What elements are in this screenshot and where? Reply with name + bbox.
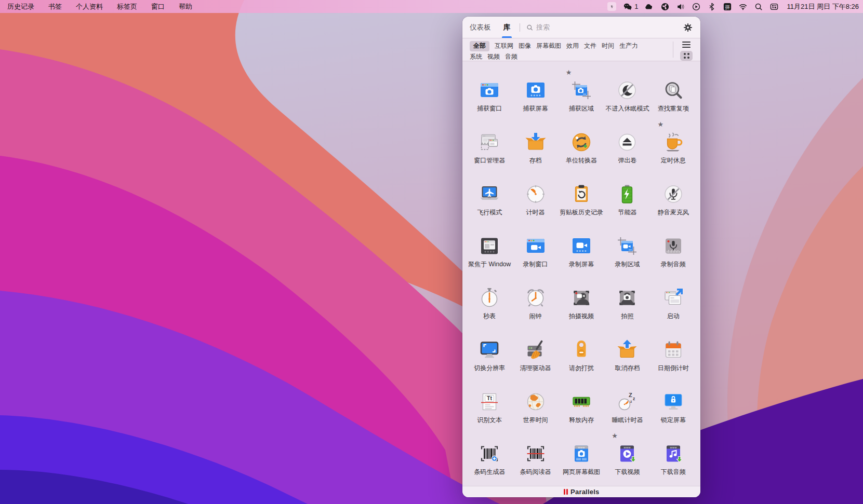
svg-text:z: z xyxy=(633,396,635,401)
control-center-icon[interactable] xyxy=(770,2,779,11)
category-filter[interactable]: 效用 xyxy=(566,41,579,51)
tool-break-time[interactable]: ★定时休息 xyxy=(650,120,696,172)
category-filter[interactable]: 互联网 xyxy=(495,41,513,51)
fan-app-icon[interactable] xyxy=(661,2,670,11)
category-filter[interactable]: 屏幕截图 xyxy=(536,41,561,51)
tool-launch[interactable]: 启动 xyxy=(650,276,696,328)
tool-do-not-disturb[interactable]: 请勿打扰 xyxy=(559,328,604,380)
tool-sleep-timer[interactable]: Zzz睡眠计时器 xyxy=(604,380,650,432)
tool-label: 释放内存 xyxy=(569,416,594,425)
tool-capture-area[interactable]: ★捕获区域 xyxy=(559,69,604,120)
category-filter[interactable]: 图像 xyxy=(519,41,531,51)
tool-record-audio[interactable]: 录制音频 xyxy=(650,224,696,276)
parallels-toolbox-menu-icon[interactable] xyxy=(607,2,616,11)
tool-record-area[interactable]: 录制区域 xyxy=(604,224,650,276)
input-source-icon[interactable]: 拼 xyxy=(723,2,732,11)
category-filter[interactable]: 文件 xyxy=(584,41,596,51)
tool-find-duplicates[interactable]: 查找重复项 xyxy=(650,69,696,120)
tool-capture-screen[interactable]: 捕获屏幕 xyxy=(512,69,558,120)
alarm-clock-icon xyxy=(524,287,547,309)
tool-energy-saver[interactable]: 节能器 xyxy=(604,172,650,224)
capture-window-icon xyxy=(478,79,501,102)
tool-alarm-clock[interactable]: 闹钟 xyxy=(512,276,558,328)
category-filter[interactable]: 生产力 xyxy=(619,41,638,51)
menu-item[interactable]: 个人资料 xyxy=(76,2,103,11)
grid-view-icon[interactable] xyxy=(680,51,693,61)
tool-do-not-sleep[interactable]: 不进入休眠模式 xyxy=(604,69,650,120)
tool-record-screen[interactable]: 录制屏幕 xyxy=(559,224,604,276)
tool-free-memory[interactable]: 释放内存 xyxy=(559,380,604,432)
volume-icon[interactable] xyxy=(676,2,685,11)
focus-window-icon xyxy=(478,235,501,257)
view-divider xyxy=(673,42,673,58)
list-view-icon[interactable] xyxy=(681,41,692,48)
tool-capture-window[interactable]: 捕获窗口 xyxy=(467,69,512,120)
settings-gear-icon[interactable] xyxy=(683,22,693,33)
spotlight-search-icon[interactable] xyxy=(754,2,763,11)
sleep-timer-icon: Zzz xyxy=(616,390,639,413)
tab-dashboard[interactable]: 仪表板 xyxy=(470,17,491,38)
category-filter[interactable]: 时间 xyxy=(602,41,614,51)
tool-switch-resolution[interactable]: 切换分辨率 xyxy=(467,328,512,380)
tool-download-audio[interactable]: WWW下载音频 xyxy=(650,432,696,484)
stopwatch-icon xyxy=(478,287,501,309)
tool-clipboard-history[interactable]: 剪贴板历史记录 xyxy=(559,172,604,224)
clipboard-history-icon xyxy=(570,183,593,206)
tool-webpage-screenshot[interactable]: WWW网页屏幕截图 xyxy=(559,432,604,484)
tool-unit-converter[interactable]: 单位转换器 xyxy=(559,120,604,172)
tool-lock-screen[interactable]: 锁定屏幕 xyxy=(650,380,696,432)
tool-label: 捕获区域 xyxy=(569,104,594,113)
tool-date-countdown[interactable]: 日期倒计时 xyxy=(650,328,696,380)
tool-window-manager[interactable]: 窗口管理器 xyxy=(467,120,512,172)
tool-focus-window[interactable]: 聚焦于 Window xyxy=(467,224,512,276)
tool-stopwatch[interactable]: 秒表 xyxy=(467,276,512,328)
category-filter[interactable]: 视频 xyxy=(487,52,500,62)
search-field[interactable] xyxy=(526,23,683,31)
tool-record-window[interactable]: 录制窗口 xyxy=(512,224,558,276)
svg-text:WWW: WWW xyxy=(670,446,676,449)
menu-item[interactable]: 帮助 xyxy=(179,2,192,11)
menu-item[interactable]: 标签页 xyxy=(117,2,137,11)
menu-item[interactable]: 历史记录 xyxy=(7,2,34,11)
tool-mute-microphone[interactable]: 静音麦克风 xyxy=(650,172,696,224)
category-filter[interactable]: 音频 xyxy=(505,52,517,62)
tool-label: 拍照 xyxy=(621,312,633,321)
menu-bar-clock[interactable]: 11月21日 周日 下午8:26 xyxy=(787,2,859,11)
recognize-text-icon: Tt xyxy=(478,390,501,413)
do-not-sleep-icon xyxy=(616,79,639,102)
record-screen-icon xyxy=(570,235,593,257)
svg-text:Tt: Tt xyxy=(487,395,492,401)
tool-world-time[interactable]: 世界时间 xyxy=(512,380,558,432)
tool-download-video[interactable]: ★WWW下载视频 xyxy=(604,432,650,484)
do-not-disturb-icon xyxy=(570,338,593,361)
tab-library[interactable]: 库 xyxy=(503,17,511,38)
panel-footer: Parallels xyxy=(462,486,700,497)
tool-recognize-text[interactable]: Tt识别文本 xyxy=(467,380,512,432)
tool-label: 锁定屏幕 xyxy=(661,416,686,425)
wechat-icon[interactable] xyxy=(623,2,632,11)
tool-barcode-generator[interactable]: 条码生成器 xyxy=(467,432,512,484)
search-input[interactable] xyxy=(536,23,683,31)
play-circle-icon[interactable] xyxy=(692,2,701,11)
tool-label: 日期倒计时 xyxy=(658,364,689,373)
tool-eject-volumes[interactable]: 弹出卷 xyxy=(604,120,650,172)
tool-take-photo[interactable]: 拍照 xyxy=(604,276,650,328)
tool-archive[interactable]: 存档 xyxy=(512,120,558,172)
bluetooth-icon[interactable] xyxy=(708,2,716,11)
tool-clean-drive[interactable]: 清理驱动器 xyxy=(512,328,558,380)
favorite-star-icon: ★ xyxy=(566,69,572,76)
tool-take-video[interactable]: 拍摄视频 xyxy=(559,276,604,328)
tool-timer[interactable]: 计时器 xyxy=(512,172,558,224)
cloud-app-icon[interactable] xyxy=(645,2,654,11)
tool-unarchive[interactable]: 取消存档 xyxy=(604,328,650,380)
eject-volumes-icon xyxy=(616,131,639,154)
tool-airplane-mode[interactable]: 飞行模式 xyxy=(467,172,512,224)
category-filter[interactable]: 全部 xyxy=(470,41,489,51)
wifi-icon[interactable] xyxy=(739,2,748,11)
menu-item[interactable]: 窗口 xyxy=(151,2,165,11)
category-filter[interactable]: 系统 xyxy=(470,52,482,62)
tool-label: 清理驱动器 xyxy=(520,364,551,373)
menu-item[interactable]: 书签 xyxy=(48,2,62,11)
tool-barcode-reader[interactable]: 条码阅读器 xyxy=(512,432,558,484)
download-audio-icon: WWW xyxy=(662,442,685,465)
